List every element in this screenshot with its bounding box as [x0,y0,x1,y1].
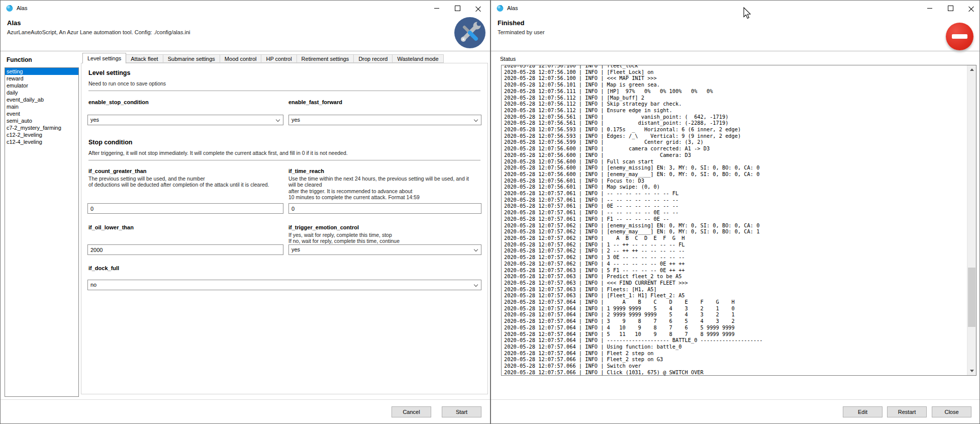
if-oil-lower-than-label: if_oil_lower_than [88,224,134,230]
scroll-up-button[interactable] [967,65,976,74]
if-count-greater-than-input[interactable] [87,203,283,214]
footer-divider [1,399,490,400]
settings-tab[interactable]: HP control [261,54,297,63]
function-list-item[interactable]: event [5,110,78,117]
function-list-item[interactable]: main [5,103,78,110]
close-window-button[interactable]: Close [932,406,971,417]
if-time-reach-label: if_time_reach [288,168,324,174]
function-list-item[interactable]: c12-2_leveling [5,131,78,138]
close-button[interactable] [965,3,976,14]
function-list-item[interactable]: c12-4_leveling [5,138,78,145]
if-dock-full-select[interactable]: no [87,280,481,290]
log-output: 2020-05-28 12:07:56.100 | INFO | fleet_l… [504,65,763,375]
function-list-item[interactable]: daily [5,89,78,96]
if-count-greater-than-label: if_count_greater_than [88,168,147,174]
if-trigger-emotion-control-label: if_trigger_emotion_control [288,224,359,230]
titlebar[interactable]: Alas [491,1,979,16]
page-title: Alas [7,19,21,27]
divider [88,160,480,160]
if-oil-lower-than-input[interactable] [87,244,283,255]
if-count-greater-than-desc: The previous setting will be used, and t… [88,176,283,188]
settings-tab[interactable]: Submarine settings [163,54,220,63]
settings-tab[interactable]: Retirement settings [297,54,354,63]
function-list-item[interactable]: setting [5,68,78,75]
close-button[interactable] [472,3,483,14]
window-title: Alas [507,5,518,11]
log-output-box[interactable]: 2020-05-28 12:07:56.100 | INFO | fleet_l… [501,65,976,376]
chevron-down-icon [474,283,478,287]
close-icon [968,6,974,11]
settings-tab-bar[interactable]: Level settingsAttack fleetSubmarine sett… [82,53,444,63]
function-list-item[interactable]: semi_auto [5,117,78,124]
enable-fast-forward-label: enable_fast_forward [288,99,342,105]
chevron-down-icon [474,118,478,122]
section-heading: Level settings [88,69,130,76]
alas-app-icon [6,4,14,12]
function-list-item[interactable]: event_daily_ab [5,96,78,103]
divider [88,91,480,91]
minimize-button[interactable] [924,3,935,14]
start-button[interactable]: Start [442,406,481,417]
run-status-subtitle: Terminated by user [498,29,545,35]
settings-tab[interactable]: Mood control [220,54,262,63]
restart-button[interactable]: Restart [887,406,927,417]
header-divider [1,51,490,51]
maximize-button[interactable] [452,3,463,14]
cancel-button[interactable]: Cancel [391,406,431,417]
enable-stop-condition-select[interactable]: yes [87,115,283,125]
enable-stop-condition-label: enable_stop_condition [88,99,149,105]
edit-button[interactable]: Edit [843,406,883,417]
enable-fast-forward-select[interactable]: yes [288,115,481,125]
chevron-down-icon [474,247,478,251]
level-settings-panel: Level settings Need to run once to save … [81,63,488,394]
settings-tab[interactable]: Wasteland mode [393,54,443,63]
maximize-icon [455,6,460,11]
function-list-item[interactable]: emulator [5,82,78,89]
close-icon [475,6,481,11]
tools-icon [454,17,485,48]
window-alas-settings: Alas Alas AzurLaneAutoScript, An Azur La… [0,0,491,424]
window-title: Alas [17,5,27,11]
section-note: Need to run once to save options [88,80,166,87]
maximize-button[interactable] [945,3,956,14]
header-divider [491,51,979,51]
page-subtitle: AzurLaneAutoScript, An Azur Lane automat… [7,29,190,35]
if-time-reach-input[interactable] [288,203,481,214]
log-scrollbar[interactable] [967,65,976,375]
footer-divider [491,399,979,400]
settings-tab[interactable]: Drop record [354,54,393,63]
minimize-icon [434,8,439,9]
selected-value: no [90,282,96,288]
if-time-reach-desc: Use the time within the next 24 hours, t… [288,176,481,200]
function-list-item[interactable]: reward [5,75,78,82]
settings-tab[interactable]: Level settings [82,53,126,63]
if-dock-full-label: if_dock_full [88,265,119,271]
run-status-title: Finished [498,19,524,27]
if-trigger-emotion-control-desc: If yes, wait for reply, complete this ti… [288,232,481,244]
stop-condition-heading: Stop condition [88,139,132,146]
selected-value: yes [291,117,300,123]
arrow-down-icon [970,370,974,372]
function-list[interactable]: settingrewardemulatordailyevent_daily_ab… [5,67,79,397]
arrow-up-icon [970,68,974,71]
selected-value: yes [291,246,300,252]
alas-app-icon [496,4,504,12]
function-list-item[interactable]: c7-2_mystery_farming [5,124,78,131]
settings-tab[interactable]: Attack fleet [126,54,163,63]
scroll-down-button[interactable] [967,367,976,375]
selected-value: yes [90,117,99,123]
if-trigger-emotion-control-select[interactable]: yes [288,244,481,255]
minimize-button[interactable] [431,3,442,14]
stopped-icon [946,23,973,50]
maximize-icon [948,6,953,11]
titlebar[interactable]: Alas [1,1,490,16]
status-label: Status [500,56,516,62]
stop-condition-note: After triggering, it will not stop immed… [88,150,348,156]
window-alas-log: Alas Finished Terminated by user Status … [491,0,980,424]
minimize-icon [927,8,932,9]
chevron-down-icon [276,118,280,122]
scrollbar-thumb[interactable] [968,268,975,327]
function-panel-label: Function [7,56,32,63]
